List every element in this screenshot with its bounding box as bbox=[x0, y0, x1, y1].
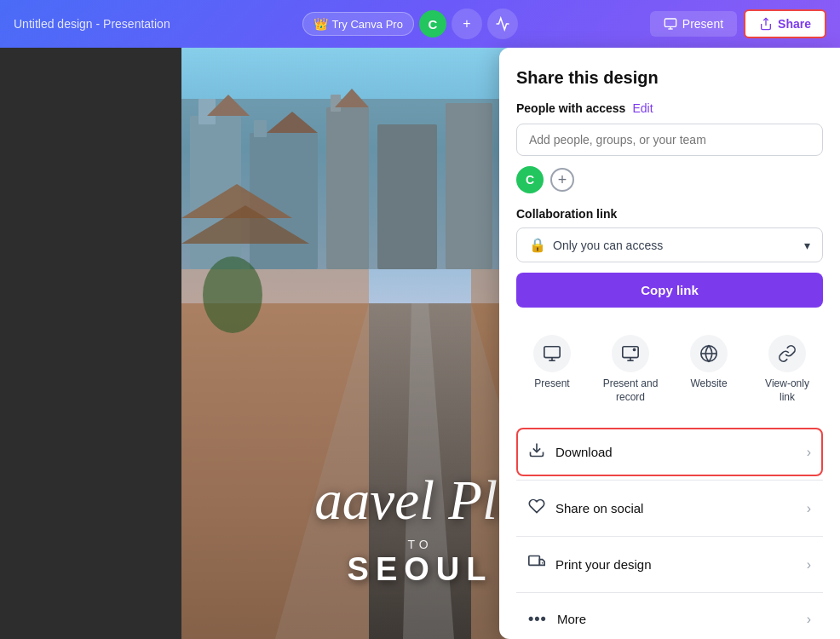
present-option-icon bbox=[533, 335, 571, 372]
user-avatar[interactable]: C bbox=[419, 10, 446, 37]
owner-avatar: C bbox=[516, 166, 544, 193]
more-icon: ••• bbox=[528, 610, 547, 628]
slide-city-name: Seoul bbox=[348, 551, 493, 588]
topbar-left: Untitled design - Presentation bbox=[14, 17, 170, 31]
present-option-label: Present bbox=[534, 377, 569, 391]
print-chevron-icon: › bbox=[807, 557, 811, 573]
view-only-icon bbox=[768, 335, 806, 372]
panel-title: Share this design bbox=[516, 68, 823, 88]
print-icon bbox=[528, 554, 545, 575]
analytics-button[interactable] bbox=[487, 9, 518, 39]
more-option[interactable]: ••• More › bbox=[516, 596, 823, 639]
svg-rect-0 bbox=[665, 19, 676, 26]
print-option[interactable]: Print your design › bbox=[516, 540, 823, 589]
view-only-label: View-only link bbox=[757, 377, 818, 404]
add-collaborator-button[interactable]: + bbox=[452, 9, 482, 39]
svg-point-43 bbox=[542, 562, 544, 564]
divider-3 bbox=[516, 592, 823, 593]
add-person-button[interactable]: + bbox=[550, 168, 574, 192]
svg-rect-41 bbox=[529, 556, 540, 566]
share-option-website[interactable]: Website bbox=[673, 325, 745, 414]
edit-access-link[interactable]: Edit bbox=[632, 101, 653, 115]
download-icon bbox=[528, 441, 545, 463]
website-label: Website bbox=[690, 377, 727, 391]
crown-icon: 👑 bbox=[314, 17, 328, 31]
present-record-icon bbox=[612, 335, 649, 372]
print-label: Print your design bbox=[555, 557, 652, 572]
collaboration-link-label: Collaboration link bbox=[516, 207, 823, 221]
topbar-center: 👑 Try Canva Pro C + bbox=[302, 9, 518, 39]
avatar-row: C + bbox=[516, 166, 823, 193]
share-option-present[interactable]: Present bbox=[516, 325, 588, 414]
try-canva-pro-button[interactable]: 👑 Try Canva Pro bbox=[302, 12, 414, 36]
share-panel: Share this design People with access Edi… bbox=[499, 48, 840, 639]
share-button[interactable]: Share bbox=[744, 9, 826, 38]
download-label: Download bbox=[555, 445, 613, 459]
share-option-view-only[interactable]: View-only link bbox=[751, 325, 823, 414]
access-text: Only you can access bbox=[553, 239, 663, 252]
svg-rect-31 bbox=[544, 347, 560, 358]
access-dropdown[interactable]: 🔒 Only you can access ▾ bbox=[516, 227, 823, 262]
more-chevron-icon: › bbox=[807, 612, 811, 627]
copy-link-button[interactable]: Copy link bbox=[516, 273, 823, 308]
present-button[interactable]: Present bbox=[650, 11, 737, 37]
present-record-label: Present and record bbox=[600, 377, 661, 404]
lock-icon: 🔒 bbox=[529, 237, 546, 253]
topbar: Untitled design - Presentation 👑 Try Can… bbox=[0, 0, 840, 48]
share-social-label: Share on social bbox=[555, 501, 643, 515]
divider-2 bbox=[516, 536, 823, 537]
share-social-option[interactable]: Share on social › bbox=[516, 484, 823, 532]
more-label: More bbox=[557, 612, 586, 626]
document-title: Untitled design - Presentation bbox=[14, 17, 170, 31]
topbar-right: Present Share bbox=[650, 9, 826, 38]
download-option[interactable]: Download › bbox=[516, 428, 823, 476]
svg-point-35 bbox=[633, 348, 636, 352]
add-people-input[interactable] bbox=[516, 124, 823, 156]
svg-rect-34 bbox=[623, 347, 638, 358]
people-access-row: People with access Edit bbox=[516, 101, 823, 115]
share-option-present-record[interactable]: Present and record bbox=[595, 325, 666, 414]
share-social-chevron-icon: › bbox=[807, 501, 811, 516]
download-chevron-icon: › bbox=[807, 445, 811, 460]
divider-1 bbox=[516, 480, 823, 481]
slide-to-label: TO bbox=[407, 538, 432, 551]
svg-marker-42 bbox=[539, 560, 544, 566]
share-options-grid: Present Present and record bbox=[516, 325, 823, 414]
share-social-icon bbox=[528, 498, 545, 519]
people-access-label: People with access bbox=[516, 101, 625, 115]
website-icon bbox=[690, 335, 728, 372]
chevron-down-icon: ▾ bbox=[804, 239, 810, 252]
